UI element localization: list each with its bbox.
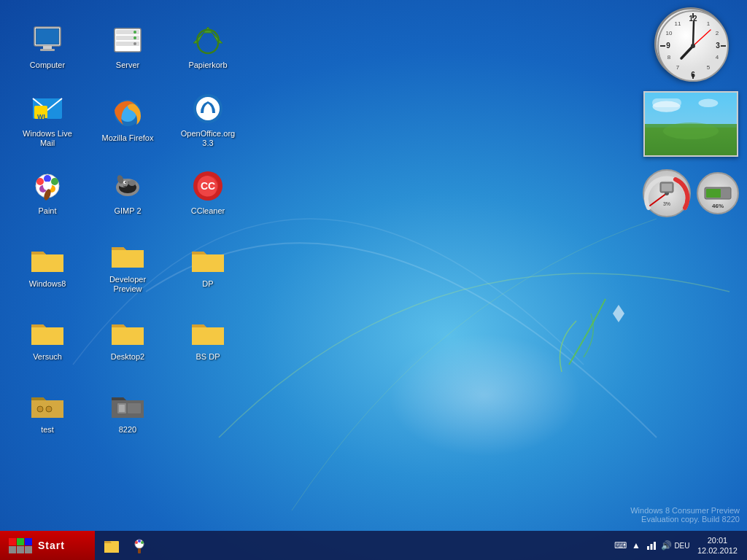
start-button[interactable]: Start	[0, 531, 95, 560]
widgets-area: 12 3 6 9 1 2 4 5 7 8 10 11	[641, 7, 740, 219]
server-icon	[110, 23, 145, 58]
folder-desktop2-icon	[110, 314, 145, 349]
icon-bs-dp[interactable]: BS DP	[175, 308, 241, 362]
icon-gimp-label: GIMP 2	[114, 206, 141, 216]
icon-windows8[interactable]: Windows8	[15, 236, 80, 289]
system-tray-area: ⌨ ▲ 🔊 DEU 20:01 12.02.2	[615, 531, 747, 560]
icon-developer-preview[interactable]: Developer Preview	[95, 231, 160, 294]
icon-server-label: Server	[116, 61, 139, 70]
svg-rect-80	[706, 189, 721, 198]
system-tray: ⌨ ▲ 🔊 DEU	[615, 540, 688, 551]
taskbar-explorer-icon[interactable]	[98, 532, 125, 559]
volume-tray-icon[interactable]: 🔊	[661, 540, 673, 551]
icon-dp[interactable]: DP	[175, 236, 241, 289]
icon-firefox[interactable]: Mozilla Firefox	[95, 90, 160, 143]
svg-point-66	[691, 44, 695, 48]
cpu-gauge[interactable]: 3%	[641, 168, 692, 219]
icon-windows-live-mail[interactable]: WL Windows Live Mail	[15, 85, 80, 148]
clock-widget[interactable]: 12 3 6 9 1 2 4 5 7 8 10 11	[654, 7, 727, 80]
folder-windows8-icon	[30, 241, 65, 276]
taskbar-paint-icon[interactable]	[126, 532, 152, 559]
icon-computer[interactable]: Computer	[15, 17, 80, 70]
icon-paint[interactable]: Paint	[15, 163, 80, 216]
icon-ccleaner[interactable]: CC CCleaner	[175, 163, 241, 216]
svg-rect-44	[128, 403, 141, 413]
svg-rect-87	[138, 548, 141, 553]
watermark-line1: Windows 8 Consumer Preview	[630, 506, 740, 515]
svg-rect-88	[647, 546, 649, 550]
icon-8220[interactable]: 8220	[95, 381, 160, 435]
computer-icon	[30, 23, 65, 58]
icon-test[interactable]: test	[15, 381, 80, 435]
icon-gimp[interactable]: GIMP 2	[95, 163, 160, 216]
svg-text:7: 7	[676, 64, 679, 71]
icon-versuch[interactable]: Versuch	[15, 308, 80, 362]
svg-point-42	[46, 406, 52, 412]
icon-paint-label: Paint	[38, 206, 56, 216]
taskbar: Start	[0, 531, 747, 560]
folder-dp-icon	[190, 241, 225, 276]
network-tray-icon[interactable]	[646, 540, 657, 551]
svg-point-10	[133, 31, 136, 34]
clock-face-svg: 12 3 6 9 1 2 4 5 7 8 10 11	[657, 9, 729, 82]
svg-rect-90	[654, 542, 656, 550]
keyboard-tray-icon[interactable]: ⌨	[615, 540, 627, 551]
icon-developer-preview-label: Developer Preview	[95, 275, 160, 294]
icon-windows8-label: Windows8	[29, 279, 66, 289]
svg-point-69	[698, 99, 718, 107]
photo-svg	[645, 93, 737, 155]
folder-8220-icon	[110, 387, 145, 422]
svg-text:8: 8	[667, 54, 670, 61]
taskbar-clock[interactable]: 20:01 12.02.2012	[692, 531, 743, 560]
icon-openoffice-label: OpenOffice.org 3.3	[175, 129, 241, 148]
tile-1	[9, 538, 16, 545]
memory-gauge[interactable]: 46%	[696, 171, 740, 215]
svg-rect-2	[36, 28, 59, 44]
taskbar-date: 12.02.2012	[697, 545, 738, 556]
svg-text:1: 1	[706, 20, 710, 27]
svg-text:3: 3	[716, 42, 720, 50]
svg-point-34	[128, 180, 136, 186]
tile-4	[9, 546, 16, 553]
svg-point-26	[51, 178, 58, 185]
watermark-line2: Evaluation copy. Build 8220	[630, 515, 740, 524]
svg-text:46%: 46%	[712, 203, 724, 209]
svg-text:5: 5	[706, 64, 710, 71]
icon-wlm-label: Windows Live Mail	[15, 129, 80, 148]
svg-point-11	[133, 36, 136, 39]
svg-rect-5	[40, 49, 55, 51]
svg-text:CC: CC	[201, 180, 215, 192]
svg-point-36	[125, 182, 126, 183]
recycle-icon	[190, 23, 225, 58]
icon-papierkorb-label: Papierkorb	[188, 61, 227, 70]
svg-point-24	[36, 178, 44, 185]
icon-openoffice[interactable]: OpenOffice.org 3.3	[175, 85, 241, 148]
svg-point-41	[37, 406, 43, 412]
photo-widget[interactable]	[643, 91, 738, 157]
desktop-icons-area: Computer Server	[0, 0, 306, 510]
icon-ccleaner-label: CCleaner	[191, 206, 225, 216]
folder-versuch-icon	[30, 314, 65, 349]
folder-bsdp-icon	[190, 314, 225, 349]
language-tray-icon[interactable]: DEU	[676, 540, 688, 551]
svg-line-64	[693, 22, 694, 46]
folder-developer-icon	[110, 237, 145, 272]
svg-rect-77	[662, 184, 672, 191]
gauge-widget: 3%	[641, 168, 740, 219]
icon-bs-dp-label: BS DP	[196, 352, 220, 362]
icon-papierkorb[interactable]: Papierkorb	[175, 17, 241, 70]
svg-text:4: 4	[715, 54, 719, 61]
svg-point-68	[652, 101, 680, 112]
icon-desktop2[interactable]: Desktop2	[95, 308, 160, 362]
show-hidden-tray-icon[interactable]: ▲	[630, 540, 642, 551]
svg-rect-89	[650, 544, 652, 550]
firefox-icon	[110, 96, 145, 131]
icon-versuch-label: Versuch	[33, 352, 62, 362]
icon-firefox-label: Mozilla Firefox	[102, 133, 154, 143]
icon-server[interactable]: Server	[95, 17, 160, 70]
svg-point-25	[44, 175, 51, 182]
start-tiles-icon	[9, 538, 32, 553]
svg-rect-45	[119, 405, 125, 412]
tile-6	[25, 546, 32, 553]
tile-5	[17, 546, 24, 553]
